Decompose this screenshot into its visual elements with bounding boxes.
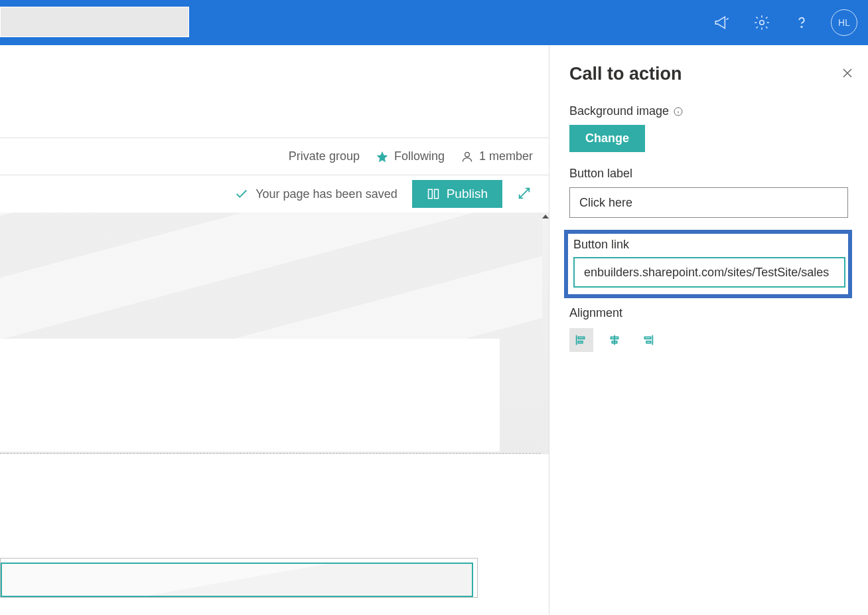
- user-avatar[interactable]: HL: [831, 9, 857, 36]
- megaphone-icon[interactable]: [711, 12, 733, 33]
- app-header: HL: [0, 0, 868, 45]
- saved-message: Your page has been saved: [234, 187, 398, 201]
- members-label: 1 member: [479, 149, 533, 163]
- align-right-icon: [640, 333, 655, 347]
- selected-webpart[interactable]: [0, 558, 478, 598]
- background-image-label: Background image: [569, 104, 853, 118]
- close-icon[interactable]: [841, 66, 853, 83]
- header-actions: HL: [711, 9, 857, 36]
- change-button[interactable]: Change: [569, 125, 645, 152]
- page-header-blank: [0, 45, 549, 138]
- button-label-field-label: Button label: [569, 167, 853, 181]
- panel-title: Call to action: [569, 64, 682, 84]
- help-icon[interactable]: [791, 12, 812, 33]
- section-divider: [0, 453, 541, 454]
- alignment-label: Alignment: [569, 306, 853, 320]
- svg-point-0: [760, 21, 764, 25]
- group-type: Private group: [289, 149, 360, 163]
- align-center-button[interactable]: [603, 328, 626, 352]
- group-type-label: Private group: [289, 149, 360, 163]
- following-toggle[interactable]: Following: [376, 149, 445, 163]
- star-icon: [376, 150, 389, 163]
- saved-text: Your page has been saved: [255, 187, 398, 201]
- align-left-button[interactable]: [569, 328, 593, 352]
- panel-header: Call to action: [569, 64, 853, 84]
- svg-rect-5: [578, 341, 582, 343]
- property-panel: Call to action Background image Change B…: [549, 45, 868, 615]
- svg-rect-8: [644, 337, 650, 339]
- svg-rect-4: [578, 337, 584, 339]
- button-link-input[interactable]: [573, 257, 845, 288]
- checkmark-icon: [234, 187, 249, 201]
- align-right-button[interactable]: [636, 328, 660, 352]
- avatar-initials: HL: [838, 17, 850, 28]
- book-icon: [427, 187, 440, 201]
- members-info[interactable]: 1 member: [461, 149, 533, 164]
- site-info-row: Private group Following 1 member: [0, 138, 549, 175]
- bg-label-text: Background image: [569, 104, 669, 118]
- main-area: Private group Following 1 member: [0, 45, 868, 615]
- svg-point-2: [465, 152, 470, 157]
- canvas-area: [0, 213, 549, 615]
- align-left-icon: [574, 333, 589, 347]
- button-label-input[interactable]: [569, 187, 848, 218]
- expand-button[interactable]: [517, 186, 533, 202]
- page-action-row: Your page has been saved Publish: [0, 175, 549, 213]
- scroll-up-icon[interactable]: [542, 213, 549, 220]
- gear-icon[interactable]: [751, 12, 772, 33]
- button-link-field-label: Button link: [573, 238, 843, 252]
- align-center-icon: [607, 333, 622, 347]
- info-icon[interactable]: [673, 106, 684, 117]
- page-canvas: Private group Following 1 member: [0, 45, 549, 615]
- publish-label: Publish: [447, 187, 488, 201]
- svg-rect-9: [646, 341, 650, 343]
- following-label: Following: [394, 149, 445, 163]
- alignment-options: [569, 328, 853, 352]
- change-label: Change: [585, 132, 629, 145]
- button-link-highlight: Button link: [564, 230, 852, 298]
- content-block: [0, 339, 500, 452]
- expand-icon: [517, 186, 532, 201]
- webpart-inner: [1, 563, 473, 597]
- publish-button[interactable]: Publish: [412, 180, 502, 208]
- search-input[interactable]: [0, 7, 189, 37]
- person-icon: [461, 149, 474, 164]
- svg-point-1: [801, 27, 802, 27]
